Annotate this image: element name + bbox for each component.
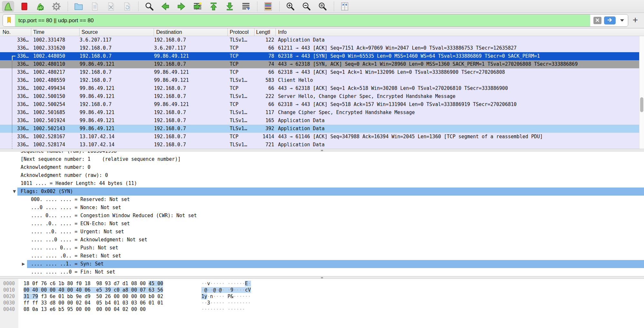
hex-bytes[interactable]: 18 0f 76 c6 1b 80 f0 18 98 93 d7 d1 08 0… [24, 280, 163, 287]
capture-options-button[interactable] [50, 1, 62, 12]
colorize-icon [263, 2, 273, 11]
packet-list: 336…1002.3314783.6.207.117192.168.0.7TLS… [0, 36, 639, 149]
detail-line[interactable]: [Next sequence number: 1 (relative seque… [0, 155, 644, 163]
packet-row[interactable]: 336…1002.50168599.86.49.121192.168.0.7TL… [0, 109, 639, 117]
column-header-source[interactable]: Source [80, 28, 154, 36]
detail-line[interactable]: .... .... .0.. = Reset: Not set [0, 252, 644, 260]
zoom-in-button[interactable] [284, 1, 296, 12]
start-capture-button[interactable] [2, 1, 14, 12]
close-file-icon [106, 2, 116, 11]
zoom-reset-button[interactable] [316, 1, 329, 12]
packet-row[interactable]: 336…1002.500254192.168.0.799.86.49.121TC… [0, 101, 639, 109]
hex-row[interactable]: 001000 40 00 00 40 00 40 06 e5 39 c0 a8 … [0, 287, 644, 293]
stop-capture-button[interactable] [18, 1, 30, 12]
go-forward-icon [177, 2, 186, 11]
pane-splitter-top[interactable] [0, 149, 644, 151]
column-header-length[interactable]: Length [255, 28, 276, 36]
reload-file-button[interactable] [121, 1, 133, 12]
resize-columns-button[interactable] [339, 1, 351, 12]
cell-destination: 192.168.0.7 [154, 60, 228, 68]
filter-clear-button[interactable] [593, 17, 601, 24]
hex-ascii[interactable]: ··v····· ······E· [201, 280, 251, 287]
detail-line[interactable]: Acknowledgment number (raw): 0 [0, 171, 644, 179]
cell-source: 192.168.0.7 [80, 76, 154, 84]
column-header-destination[interactable]: Destination [154, 28, 228, 36]
packet-row[interactable]: 336…1002.52816713.107.42.14192.168.0.7TC… [0, 133, 639, 141]
expand-triangle-icon[interactable]: ▶ [22, 260, 25, 268]
column-header-time[interactable]: Time [31, 28, 80, 36]
hex-row[interactable]: 002031 79 f3 6e 01 bb 9e d9 50 26 00 00 … [0, 293, 644, 300]
column-header-protocol[interactable]: Protocol [228, 28, 255, 36]
packet-row[interactable]: 336…1002.480217192.168.0.799.86.49.121TC… [0, 68, 639, 76]
packet-row[interactable]: 336…1002.331620192.168.0.73.6.207.117TCP… [0, 44, 639, 52]
hex-bytes[interactable]: ff ff 33 d8 00 00 02 04 05 b4 01 03 03 0… [24, 300, 163, 306]
chevron-down-icon[interactable] [620, 19, 624, 22]
hex-bytes[interactable]: 31 79 f3 6e 01 bb 9e d9 50 26 00 00 00 0… [24, 293, 163, 300]
hex-ascii[interactable]: ·@··@·@· ·9····cV [201, 287, 251, 293]
detail-line[interactable]: 1011 .... = Header Length: 44 bytes (11) [0, 179, 644, 188]
packet-row[interactable]: 336…1002.50192499.86.49.121192.168.0.7TL… [0, 117, 639, 125]
colorize-button[interactable] [262, 1, 274, 12]
display-filter-input[interactable]: tcp.port == 80 || udp.port == 80 [15, 14, 590, 26]
filter-bookmark-button[interactable] [3, 14, 15, 26]
packet-row[interactable]: 336…1002.480559192.168.0.799.86.49.121TL… [0, 76, 639, 84]
go-forward-button[interactable] [175, 1, 187, 12]
detail-line[interactable]: .... .... 0... = Push: Not set [0, 244, 644, 252]
hex-ascii[interactable]: ········ ······ [201, 306, 245, 313]
detail-line[interactable]: .... ..0. .... = Urgent: Not set [0, 228, 644, 236]
auto-scroll-button[interactable] [240, 1, 252, 12]
zoom-out-button[interactable] [300, 1, 312, 12]
packet-list-scrollbar[interactable] [639, 36, 644, 149]
close-file-button[interactable] [105, 1, 117, 12]
hex-bytes[interactable]: 08 0a 13 e6 b5 95 00 00 00 00 04 02 00 0… [24, 306, 146, 313]
packet-row[interactable]: 336…1002.50214399.86.49.121192.168.0.7TL… [0, 125, 639, 133]
column-header-info[interactable]: Info [276, 28, 644, 36]
detail-line[interactable]: .... .0.. .... = ECN-Echo: Not set [0, 220, 644, 228]
zoom-in-icon [285, 2, 295, 11]
cell-no: 336… [0, 117, 31, 125]
detail-line[interactable]: .... ...0 .... = Acknowledgment: Not set [0, 236, 644, 244]
go-first-packet-button[interactable] [207, 1, 220, 12]
packet-row[interactable]: 336…1002.448050192.168.0.799.86.49.121TC… [0, 52, 639, 60]
hex-row[interactable]: 0030ff ff 33 d8 00 00 02 04 05 b4 01 03 … [0, 300, 644, 306]
detail-line[interactable]: ▶.... .... ..1. = Syn: Set [27, 260, 644, 268]
save-file-button[interactable] [89, 1, 101, 12]
packet-row[interactable]: 336…1002.3314783.6.207.117192.168.0.7TLS… [0, 36, 639, 44]
detail-line[interactable]: Sequence number (raw): 2005041998 [0, 151, 644, 155]
scrollbar-thumb[interactable] [640, 97, 643, 112]
add-filter-button[interactable]: + [630, 14, 641, 26]
detail-line[interactable]: .... .... ...0 = Fin: Not set [0, 268, 644, 276]
detail-line[interactable]: ...0 .... .... = Nonce: Not set [0, 204, 644, 212]
packet-row[interactable]: 336…1002.52817413.107.42.14192.168.0.7TL… [0, 141, 639, 149]
hex-row[interactable]: 000018 0f 76 c6 1b 80 f0 18 98 93 d7 d1 … [0, 280, 644, 287]
cell-info: 62318 → 443 [ACK] Seq=1 Ack=1 Win=132096… [276, 68, 639, 76]
restart-capture-button[interactable] [34, 1, 46, 12]
go-last-packet-button[interactable] [224, 1, 236, 12]
cell-length: 721 [255, 141, 276, 149]
detail-line[interactable]: Acknowledgment number: 0 [0, 163, 644, 171]
column-header-no[interactable]: No. [0, 28, 31, 36]
open-file-button[interactable] [72, 1, 85, 12]
pane-splitter-bottom[interactable] [0, 276, 644, 279]
go-back-button[interactable] [159, 1, 171, 12]
hex-ascii[interactable]: ··3····· ········ [201, 300, 251, 306]
go-to-packet-button[interactable] [191, 1, 204, 12]
collapse-triangle-icon[interactable]: ▼ [13, 188, 16, 196]
packet-row[interactable]: 336…1002.48011099.86.49.121192.168.0.7TC… [0, 60, 639, 68]
filter-apply-button[interactable] [604, 16, 616, 24]
cell-source: 99.86.49.121 [80, 125, 154, 133]
hex-row[interactable]: 004008 0a 13 e6 b5 95 00 00 00 00 04 02 … [0, 306, 644, 313]
cell-destination: 99.86.49.121 [154, 68, 228, 76]
cell-source: 99.86.49.121 [80, 117, 154, 125]
hex-ascii[interactable]: 1y·n···· P&······ [201, 293, 251, 300]
packet-row[interactable]: 336…1002.50015099.86.49.121192.168.0.7TL… [0, 92, 639, 101]
packet-row[interactable]: 336…1002.49943499.86.49.121192.168.0.7TC… [0, 84, 639, 92]
hex-bytes[interactable]: 00 40 00 00 40 00 40 06 e5 39 c0 a8 00 0… [24, 287, 163, 293]
cell-no: 336… [0, 76, 31, 84]
detail-line[interactable]: ▼Flags: 0x002 (SYN) [17, 188, 644, 196]
detail-line[interactable]: .... 0... .... = Congestion Window Reduc… [0, 212, 644, 220]
packet-bytes-pane: 000018 0f 76 c6 1b 80 f0 18 98 93 d7 d1 … [0, 279, 644, 328]
detail-line[interactable]: 000. .... .... = Reserved: Not set [0, 196, 644, 204]
separator-3 [257, 2, 257, 11]
find-packet-button[interactable] [143, 1, 155, 12]
